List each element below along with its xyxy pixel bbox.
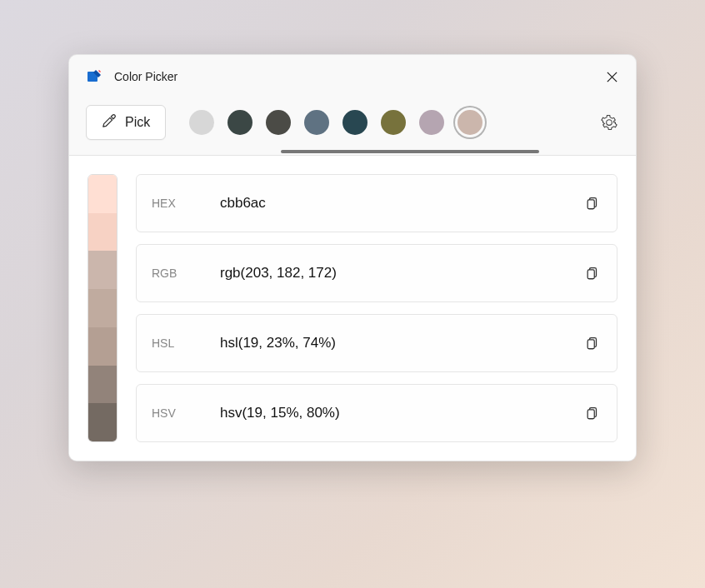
- color-history-swatches: [189, 110, 584, 135]
- copy-button[interactable]: [583, 404, 602, 422]
- pick-button[interactable]: Pick: [86, 105, 166, 140]
- color-swatch[interactable]: [381, 110, 406, 135]
- format-row: HSVhsv(19, 15%, 80%): [136, 384, 618, 442]
- format-row: HEXcbb6ac: [136, 174, 618, 232]
- color-swatch[interactable]: [266, 110, 291, 135]
- color-swatch[interactable]: [342, 110, 368, 135]
- pick-button-label: Pick: [125, 115, 150, 130]
- svg-rect-8: [588, 410, 594, 419]
- eyedropper-icon: [102, 113, 117, 132]
- swatches-scrollbar[interactable]: [281, 150, 539, 153]
- shade-swatch[interactable]: [88, 175, 117, 213]
- format-label: HSV: [152, 406, 220, 420]
- color-swatch[interactable]: [458, 110, 482, 135]
- copy-button[interactable]: [583, 194, 602, 212]
- window-title: Color Picker: [114, 70, 604, 83]
- shade-swatch[interactable]: [88, 366, 117, 404]
- svg-rect-4: [588, 270, 594, 279]
- titlebar: Color Picker: [69, 55, 636, 95]
- formats-list: HEXcbb6acRGBrgb(203, 182, 172)HSLhsl(19,…: [136, 174, 618, 442]
- color-swatch[interactable]: [189, 110, 214, 135]
- content-area: HEXcbb6acRGBrgb(203, 182, 172)HSLhsl(19,…: [69, 156, 636, 461]
- copy-button[interactable]: [583, 334, 602, 352]
- shade-swatch[interactable]: [88, 327, 117, 366]
- color-swatch[interactable]: [304, 110, 329, 135]
- toolbar: Pick: [69, 95, 636, 156]
- app-icon: [86, 68, 102, 85]
- shade-swatch[interactable]: [88, 403, 117, 441]
- format-label: HSL: [152, 336, 220, 350]
- svg-rect-6: [588, 340, 594, 349]
- format-row: RGBrgb(203, 182, 172): [136, 244, 618, 302]
- format-value: cbb6ac: [220, 195, 583, 212]
- format-value: hsl(19, 23%, 74%): [220, 335, 583, 351]
- shade-swatch[interactable]: [88, 289, 117, 327]
- color-swatch[interactable]: [228, 110, 252, 135]
- format-row: HSLhsl(19, 23%, 74%): [136, 314, 618, 372]
- format-value: rgb(203, 182, 172): [220, 265, 583, 282]
- format-label: HEX: [152, 197, 220, 210]
- shades-column: [88, 174, 118, 442]
- format-label: RGB: [152, 267, 220, 280]
- close-button[interactable]: [604, 69, 619, 84]
- settings-button[interactable]: [599, 112, 619, 132]
- copy-button[interactable]: [583, 264, 602, 282]
- shade-swatch[interactable]: [88, 213, 117, 252]
- svg-rect-2: [588, 200, 594, 209]
- format-value: hsv(19, 15%, 80%): [220, 405, 583, 421]
- color-picker-window: Color Picker Pick HEXcbb6acRGBrgb(203,: [68, 54, 637, 461]
- color-swatch[interactable]: [419, 110, 444, 135]
- shade-swatch[interactable]: [88, 251, 117, 289]
